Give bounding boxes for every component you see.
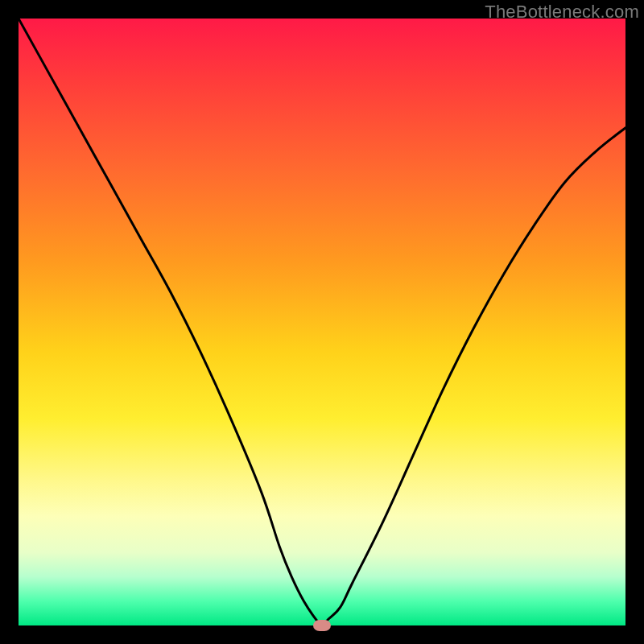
optimal-point-marker bbox=[313, 620, 331, 631]
chart-frame: TheBottleneck.com bbox=[0, 0, 644, 644]
bottleneck-curve bbox=[19, 19, 625, 625]
plot-area bbox=[19, 19, 625, 625]
